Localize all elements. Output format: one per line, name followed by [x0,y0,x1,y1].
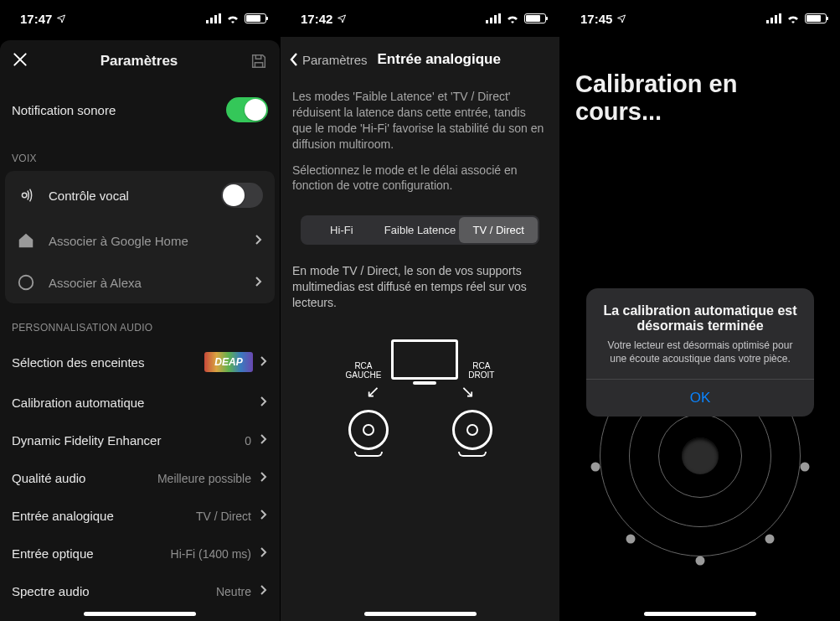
alert-title: La calibration automatique est désormais… [586,288,814,339]
battery-icon [245,13,266,23]
svg-point-4 [22,193,27,198]
svg-rect-12 [775,15,777,23]
info-text-2: Sélectionnez le mode et le délai associé… [281,159,559,201]
page-title: Calibration en cours... [560,37,840,134]
svg-rect-10 [766,20,769,23]
tv-icon [391,339,458,380]
alert-ok-button[interactable]: OK [586,379,814,417]
row-label: Notification sonore [12,103,226,117]
row-label: Entrée analogique [12,509,196,523]
row-value: Meilleure possible [157,472,251,485]
row-label: Entrée optique [12,546,171,561]
panel-analog-input: 17:42 Paramètres Entrée analogique Les m… [280,0,559,621]
arrow-down-left-icon: ↙ [366,381,380,401]
wifi-icon [226,13,240,23]
close-button[interactable] [12,49,28,73]
svg-rect-13 [779,13,781,23]
back-label: Paramètres [302,53,368,67]
row-label: Qualité audio [12,471,157,485]
row-analog-input[interactable]: Entrée analogique TV / Direct [0,497,280,535]
alert-message: Votre lecteur est désormais optimisé pou… [586,339,814,379]
chevron-right-icon [260,433,268,448]
row-label: Calibration automatique [12,396,260,410]
row-voice-control[interactable]: Contrôle vocal [5,171,275,220]
back-button[interactable]: Paramètres [289,52,368,67]
battery-icon [524,13,546,23]
row-value: TV / Direct [196,510,251,523]
location-icon [56,13,66,23]
home-indicator [364,612,477,616]
status-time: 17:45 [580,12,612,26]
row-selection-enceintes[interactable]: Sélection des enceintes DEAP [0,340,280,384]
signal-icon [766,13,781,23]
connection-diagram: RCAGAUCHE RCADROIT ↙ ↘ [281,339,559,457]
status-bar: 17:42 [281,0,559,37]
segment-hifi[interactable]: Hi-Fi [302,217,381,243]
status-time: 17:47 [20,12,52,26]
svg-rect-1 [210,18,213,23]
home-indicator [644,612,756,616]
settings-sheet: Paramètres Notification sonore VOIX Cont… [0,40,280,621]
save-icon [250,52,268,70]
voice-toggle[interactable] [221,183,263,208]
chevron-right-icon [260,509,268,523]
row-label: Contrôle vocal [49,189,221,203]
chevron-right-icon [255,276,263,290]
row-dfe[interactable]: Dynamic Fidelity Enhancer 0 [0,422,280,459]
page-title: Entrée analogique [378,51,501,68]
mode-description: En mode TV / Direct, le son de vos suppo… [281,256,559,318]
battery-icon [805,13,827,23]
svg-rect-2 [214,15,217,23]
speaker-left-icon [348,410,389,457]
deap-badge: DEAP [204,352,253,372]
row-google-home[interactable]: Associer à Google Home [5,220,275,261]
voix-group: Contrôle vocal Associer à Google Home As… [5,171,275,303]
status-time: 17:42 [301,12,332,26]
rca-right-label: RCADROIT [468,361,494,380]
chevron-right-icon [260,584,268,598]
row-audio-quality[interactable]: Qualité audio Meilleure possible [0,459,280,497]
voice-icon [17,186,49,204]
save-button[interactable] [250,52,268,70]
chevron-right-icon [260,546,268,561]
row-notification-sound[interactable]: Notification sonore [0,82,280,134]
alexa-icon [17,273,49,292]
radar-center [682,437,719,474]
speaker-right-icon [452,410,492,457]
row-value: Neutre [216,585,251,598]
svg-rect-3 [219,13,221,23]
segment-tv-direct[interactable]: TV / Direct [459,217,538,243]
svg-rect-0 [206,20,209,23]
nav-title: Paramètres [100,53,178,70]
signal-icon [206,13,221,23]
row-label: Sélection des enceintes [12,355,204,370]
svg-rect-8 [494,15,497,23]
arrow-down-right-icon: ↘ [461,381,475,401]
info-text-1: Les modes 'Faible Latence' et 'TV / Dire… [281,82,559,159]
row-label: Spectre audio [12,584,216,598]
svg-rect-9 [498,13,501,23]
signal-icon [486,13,501,23]
location-icon [337,13,347,23]
row-spectre-audio[interactable]: Spectre audio Neutre [0,572,280,610]
row-optical-input[interactable]: Entrée optique Hi-Fi (1400 ms) [0,535,280,572]
analog-body: Paramètres Entrée analogique Les modes '… [281,37,559,621]
row-label: Associer à Google Home [49,234,255,248]
chevron-right-icon [255,234,263,248]
row-alexa[interactable]: Associer à Alexa [5,261,275,303]
row-calibration-auto[interactable]: Calibration automatique [0,384,280,422]
status-bar: 17:45 [560,0,840,37]
segment-faible-latence[interactable]: Faible Latence [381,217,460,243]
row-label: Dynamic Fidelity Enhancer [12,433,245,448]
section-personnalisation: PERSONNALISATION AUDIO [0,303,280,340]
segment-control[interactable]: Hi-Fi Faible Latence TV / Direct [301,215,539,245]
section-voix: VOIX [0,134,280,171]
chevron-right-icon [260,355,268,370]
row-value: Hi-Fi (1400 ms) [171,547,251,561]
rca-left-label: RCAGAUCHE [346,361,382,380]
chevron-left-icon [289,52,299,67]
row-value: 0 [245,434,251,448]
notification-toggle[interactable] [226,97,268,122]
wifi-icon [786,13,800,23]
home-icon [17,231,49,250]
